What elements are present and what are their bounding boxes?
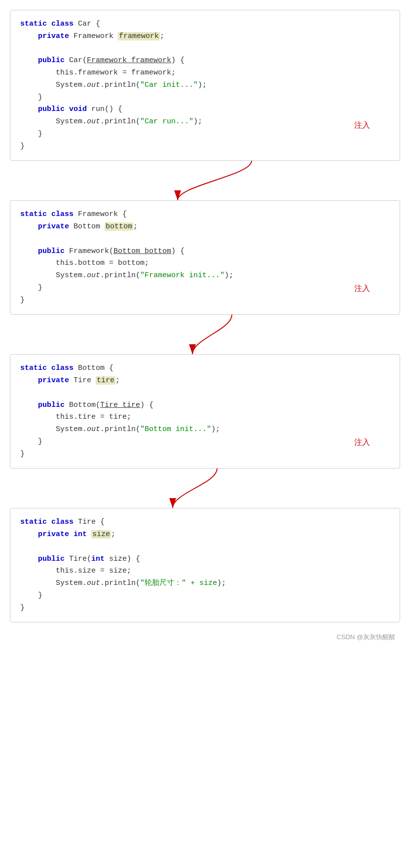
- line: }: [20, 294, 390, 307]
- arrow-2: [10, 315, 410, 354]
- line: }: [20, 602, 390, 615]
- line: static class Car {: [20, 18, 390, 31]
- line: [20, 387, 390, 399]
- line: this.framework = framework;: [20, 67, 390, 79]
- footer: CSDN @灰灰快醒醒: [10, 632, 400, 643]
- line: }: [20, 282, 390, 294]
- line: }: [20, 141, 390, 153]
- line: System.out.println("Car init...");: [20, 79, 390, 92]
- line: public Tire(int size) {: [20, 553, 390, 566]
- line: System.out.println("Framework init...");: [20, 270, 390, 282]
- line: [20, 233, 390, 246]
- line: System.out.println("Bottom init...");: [20, 424, 390, 436]
- annotation-inject-3: 注入: [354, 436, 370, 449]
- line: [20, 541, 390, 553]
- line: this.size = size;: [20, 565, 390, 578]
- line: static class Framework {: [20, 209, 390, 221]
- arrow-spacer-1: [10, 161, 400, 200]
- line: static class Bottom {: [20, 362, 390, 375]
- line: this.tire = tire;: [20, 411, 390, 424]
- code-block-car: static class Car { private Framework fra…: [10, 10, 400, 161]
- line: }: [20, 590, 390, 602]
- line: }: [20, 436, 390, 448]
- line: public void run() {: [20, 104, 390, 116]
- line: System.out.println("Car run...");: [20, 116, 390, 128]
- line: [20, 43, 390, 55]
- arrow-spacer-3: [10, 469, 400, 508]
- line: }: [20, 92, 390, 104]
- line: private Framework framework;: [20, 31, 390, 43]
- line: private Bottom bottom;: [20, 221, 390, 233]
- line: }: [20, 448, 390, 461]
- line: private int size;: [20, 529, 390, 541]
- line: public Car(Framework framework) {: [20, 55, 390, 67]
- arrow-3: [10, 469, 410, 508]
- annotation-inject-1: 注入: [354, 119, 370, 132]
- code-block-bottom: static class Bottom { private Tire tire;…: [10, 354, 400, 469]
- line: }: [20, 128, 390, 141]
- annotation-inject-2: 注入: [354, 282, 370, 295]
- arrow-spacer-2: [10, 315, 400, 354]
- line: private Tire tire;: [20, 375, 390, 387]
- line: this.bottom = bottom;: [20, 257, 390, 270]
- line: static class Tire {: [20, 516, 390, 529]
- arrow-1: [10, 161, 410, 200]
- line: System.out.println("轮胎尺寸：" + size);: [20, 578, 390, 590]
- code-block-framework: static class Framework { private Bottom …: [10, 200, 400, 315]
- line: public Framework(Bottom bottom) {: [20, 246, 390, 258]
- line: public Bottom(Tire tire) {: [20, 399, 390, 412]
- code-diagram: static class Car { private Framework fra…: [10, 10, 400, 643]
- code-block-tire: static class Tire { private int size; pu…: [10, 508, 400, 622]
